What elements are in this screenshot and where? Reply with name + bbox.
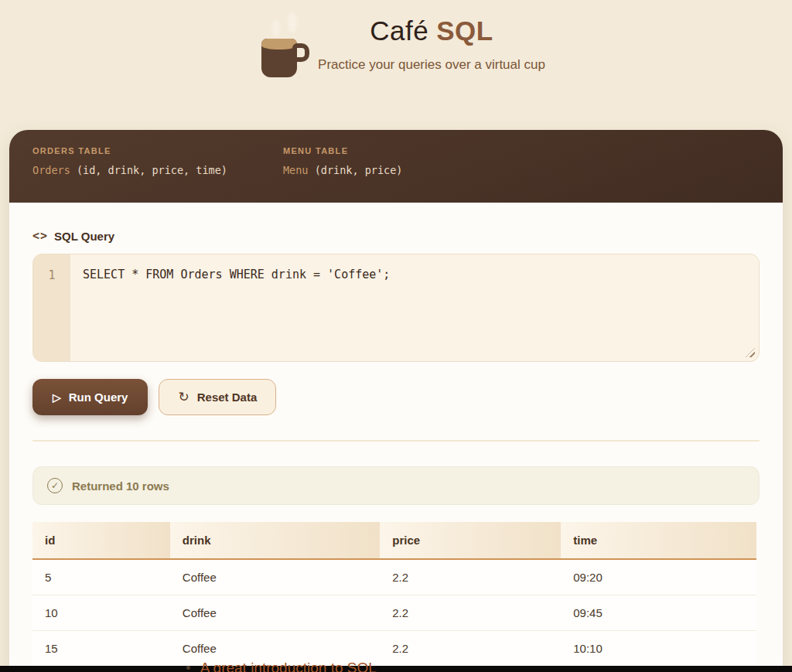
sql-code-input[interactable]: SELECT * FROM Orders WHERE drink = 'Coff… (70, 254, 759, 361)
play-icon: ▷ (53, 391, 61, 404)
reset-data-label: Reset Data (197, 391, 258, 404)
column-header-time: time (561, 522, 756, 559)
results-table-container: id drink price time 5 Coffee 2.2 09:20 1… (32, 522, 756, 667)
results-header-row: id drink price time (32, 522, 756, 559)
cell-price: 2.2 (380, 631, 561, 667)
cell-id: 5 (32, 559, 170, 595)
check-circle-icon: ✓ (47, 478, 63, 493)
orders-table-signature: Orders (id, drink, price, time) (32, 164, 227, 176)
page: { "header": { "title_cafe": "Café", "tit… (0, 0, 792, 672)
run-query-button[interactable]: ▷ Run Query (32, 379, 148, 415)
cell-id: 15 (32, 631, 170, 667)
query-status: ✓ Returned 10 rows (32, 466, 760, 505)
page-header: CaféSQL Practice your queries over a vir… (0, 0, 792, 130)
schema-menu: MENU TABLE Menu (drink, price) (283, 146, 402, 203)
footer-link-text: A great introduction to SQL (200, 660, 377, 672)
table-row: 10 Coffee 2.2 09:45 (32, 595, 756, 631)
bottom-bar (0, 666, 792, 672)
cell-time: 10:10 (561, 631, 756, 667)
toolbar: ▷ Run Query ↻ Reset Data (32, 379, 760, 415)
sql-query-label: SQL Query (54, 230, 114, 243)
menu-table-label: MENU TABLE (283, 146, 402, 155)
orders-table-label: ORDERS TABLE (32, 146, 227, 155)
reset-data-button[interactable]: ↻ Reset Data (159, 379, 276, 415)
footer-resource-link[interactable]: •A great introduction to SQL (186, 660, 377, 672)
list-bullet: • (186, 660, 191, 672)
cell-drink: Coffee (170, 559, 380, 595)
results-table: id drink price time 5 Coffee 2.2 09:20 1… (32, 522, 756, 667)
app-subtitle: Practice your queries over a virtual cup (59, 57, 792, 73)
cell-time: 09:45 (561, 595, 756, 631)
cell-price: 2.2 (380, 559, 561, 595)
sql-editor[interactable]: 1 SELECT * FROM Orders WHERE drink = 'Co… (32, 254, 760, 362)
schema-orders: ORDERS TABLE Orders (id, drink, price, t… (32, 146, 227, 203)
line-number: 1 (48, 268, 55, 282)
app-title: CaféSQL (59, 15, 792, 46)
cell-price: 2.2 (380, 595, 561, 631)
divider (32, 440, 760, 442)
app-title-sql: SQL (436, 15, 493, 46)
column-header-drink: drink (170, 522, 380, 559)
table-row: 15 Coffee 2.2 10:10 (32, 631, 756, 667)
menu-table-signature: Menu (drink, price) (283, 164, 402, 176)
status-message: Returned 10 rows (72, 479, 169, 493)
code-brackets-icon: <> (32, 229, 48, 243)
sql-query-label-row: <> SQL Query (32, 229, 760, 243)
cell-drink: Coffee (170, 595, 380, 631)
column-header-id: id (32, 522, 170, 559)
app-title-cafe: Café (370, 15, 428, 46)
table-row: 5 Coffee 2.2 09:20 (32, 559, 756, 595)
title-block: CaféSQL Practice your queries over a vir… (59, 15, 792, 73)
column-header-price: price (380, 522, 561, 559)
main-card: ORDERS TABLE Orders (id, drink, price, t… (9, 130, 783, 672)
card-body: <> SQL Query 1 SELECT * FROM Orders WHER… (9, 203, 783, 667)
run-query-label: Run Query (69, 391, 128, 404)
refresh-icon: ↻ (178, 389, 189, 405)
cell-time: 09:20 (561, 559, 756, 595)
schema-bar: ORDERS TABLE Orders (id, drink, price, t… (9, 130, 783, 203)
cell-id: 10 (32, 595, 170, 631)
line-number-gutter: 1 (33, 254, 70, 361)
